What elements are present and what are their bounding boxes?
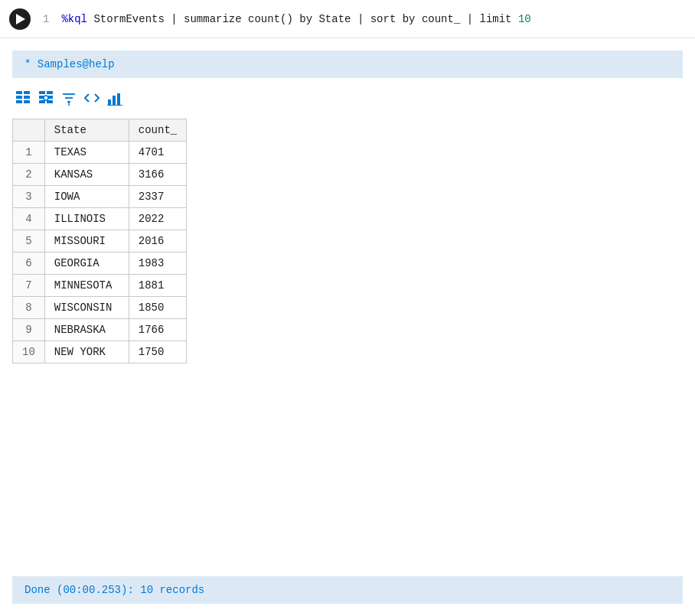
query-keyword-kql: %kql xyxy=(61,13,87,25)
cell-rownum: 4 xyxy=(13,208,45,230)
col-header-count[interactable]: count_ xyxy=(129,119,186,142)
table-row: 6GEORGIA1983 xyxy=(13,253,187,275)
samples-banner: * Samples@help xyxy=(12,51,683,78)
table-row: 5MISSOURI2016 xyxy=(13,230,187,253)
cell-count: 3166 xyxy=(129,164,186,186)
cell-state: NEW YORK xyxy=(44,341,129,363)
cell-state: MINNESOTA xyxy=(44,275,129,297)
table-header-row: State count_ xyxy=(13,119,187,142)
cell-count: 1881 xyxy=(129,275,186,297)
svg-rect-5 xyxy=(24,100,30,103)
svg-point-12 xyxy=(44,96,48,100)
main-container: 1 %kql StormEvents | summarize count() b… xyxy=(0,0,695,616)
svg-rect-0 xyxy=(16,91,22,94)
cell-rownum: 7 xyxy=(13,275,45,297)
cell-rownum: 1 xyxy=(13,142,45,164)
pivot-icon[interactable] xyxy=(38,90,54,109)
table-row: 1TEXAS4701 xyxy=(13,142,187,164)
cell-count: 2016 xyxy=(129,230,186,253)
result-area: State count_ 1TEXAS47012KANSAS31663IOWA2… xyxy=(0,78,695,564)
svg-rect-3 xyxy=(24,96,30,99)
table-row: 3IOWA2337 xyxy=(13,186,187,208)
run-icon xyxy=(16,14,25,24)
cell-rownum: 3 xyxy=(13,186,45,208)
table-row: 2KANSAS3166 xyxy=(13,164,187,186)
col-header-rownum xyxy=(13,119,45,142)
cell-count: 4701 xyxy=(129,142,186,164)
svg-rect-11 xyxy=(47,100,53,103)
query-bar: 1 %kql StormEvents | summarize count() b… xyxy=(0,0,695,38)
svg-rect-4 xyxy=(16,100,22,103)
cell-state: TEXAS xyxy=(44,142,129,164)
svg-rect-10 xyxy=(39,100,45,103)
svg-rect-1 xyxy=(24,91,30,94)
cell-rownum: 10 xyxy=(13,341,45,363)
svg-rect-2 xyxy=(16,96,22,99)
table-row: 8WISCONSIN1850 xyxy=(13,297,187,319)
cell-rownum: 5 xyxy=(13,230,45,253)
cell-count: 1850 xyxy=(129,297,186,319)
cell-count: 1750 xyxy=(129,341,186,363)
cell-count: 2337 xyxy=(129,186,186,208)
status-bar: Done (00:00.253): 10 records xyxy=(12,576,683,604)
cell-state: WISCONSIN xyxy=(44,297,129,319)
cell-rownum: 2 xyxy=(13,164,45,186)
cell-rownum: 8 xyxy=(13,297,45,319)
run-button[interactable] xyxy=(9,8,31,30)
code-icon[interactable] xyxy=(84,90,100,109)
cell-rownum: 9 xyxy=(13,319,45,341)
status-text: Done (00:00.253): 10 records xyxy=(24,584,204,596)
svg-rect-7 xyxy=(47,91,53,94)
table-row: 4ILLINOIS2022 xyxy=(13,208,187,230)
cell-state: IOWA xyxy=(44,186,129,208)
query-text: %kql StormEvents | summarize count() by … xyxy=(61,13,530,25)
chart-icon[interactable] xyxy=(107,90,122,109)
svg-rect-6 xyxy=(39,91,45,94)
svg-rect-17 xyxy=(113,96,116,105)
table-row: 7MINNESOTA1881 xyxy=(13,275,187,297)
table-view-icon[interactable] xyxy=(15,90,31,109)
cell-state: NEBRASKA xyxy=(44,319,129,341)
cell-state: ILLINOIS xyxy=(44,208,129,230)
data-table: State count_ 1TEXAS47012KANSAS31663IOWA2… xyxy=(12,119,187,363)
cell-count: 2022 xyxy=(129,208,186,230)
toolbar-icons xyxy=(15,90,683,109)
svg-rect-16 xyxy=(108,99,111,105)
table-row: 10NEW YORK1750 xyxy=(13,341,187,363)
cell-count: 1766 xyxy=(129,319,186,341)
cell-state: MISSOURI xyxy=(44,230,129,253)
cell-state: GEORGIA xyxy=(44,253,129,275)
col-header-state[interactable]: State xyxy=(44,119,129,142)
cell-state: KANSAS xyxy=(44,164,129,186)
cell-count: 1983 xyxy=(129,253,186,275)
samples-text: * Samples@help xyxy=(24,58,115,70)
query-body: StormEvents | summarize count() by State… xyxy=(93,13,518,25)
table-row: 9NEBRASKA1766 xyxy=(13,319,187,341)
svg-rect-18 xyxy=(117,93,120,105)
line-number: 1 xyxy=(43,13,49,25)
cell-rownum: 6 xyxy=(13,253,45,275)
filter-icon[interactable] xyxy=(61,90,77,109)
query-limit-number: 10 xyxy=(518,13,531,25)
